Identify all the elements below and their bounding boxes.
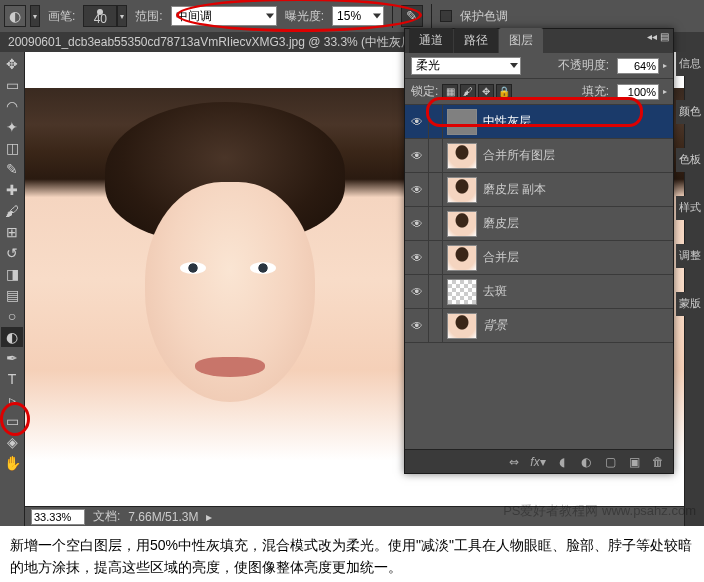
visibility-icon[interactable]: 👁 <box>405 241 429 275</box>
panel-tabs: 通道 路径 图层 <box>405 29 673 53</box>
heal-tool-icon[interactable]: ✚ <box>1 180 23 200</box>
exposure-label: 曝光度: <box>285 8 324 25</box>
mask-icon[interactable]: ◖ <box>553 453 571 471</box>
adjustment-icon[interactable]: ◐ <box>577 453 595 471</box>
airbrush-icon[interactable]: ✎ <box>401 5 423 27</box>
history-brush-tool-icon[interactable]: ↺ <box>1 243 23 263</box>
opacity-input[interactable] <box>617 58 659 74</box>
protect-tones-checkbox[interactable] <box>440 10 452 22</box>
path-select-tool-icon[interactable]: ▹ <box>1 390 23 410</box>
range-select[interactable]: 中间调 <box>171 6 277 26</box>
lock-pixels-icon[interactable]: 🖌 <box>460 84 476 100</box>
eraser-tool-icon[interactable]: ◨ <box>1 264 23 284</box>
link-layers-icon[interactable]: ⇔ <box>505 453 523 471</box>
watermark: PS爱好者教程网 www.psahz.com <box>503 502 696 520</box>
new-layer-icon[interactable]: ▣ <box>625 453 643 471</box>
document-tab[interactable]: 20090601_dcb3eab55350cd78713aVmRIiecvXMG… <box>8 34 460 51</box>
layer-thumbnail[interactable] <box>447 177 477 203</box>
link-col <box>429 173 443 207</box>
stamp-tool-icon[interactable]: ⊞ <box>1 222 23 242</box>
layer-row[interactable]: 👁去斑 <box>405 275 673 309</box>
collapsed-panel-tab[interactable]: 样式 <box>676 196 704 220</box>
brush-tool-icon[interactable]: 🖌 <box>1 201 23 221</box>
eyedropper-tool-icon[interactable]: ✎ <box>1 159 23 179</box>
layer-row[interactable]: 👁中性灰层 <box>405 105 673 139</box>
layer-row[interactable]: 👁磨皮层 <box>405 207 673 241</box>
shape-tool-icon[interactable]: ▭ <box>1 411 23 431</box>
opacity-arrow-icon[interactable]: ▸ <box>663 61 667 70</box>
lasso-tool-icon[interactable]: ◠ <box>1 96 23 116</box>
visibility-icon[interactable]: 👁 <box>405 105 429 139</box>
crop-tool-icon[interactable]: ◫ <box>1 138 23 158</box>
tutorial-caption: 新增一个空白图层，用50%中性灰填充，混合模式改为柔光。使用"减淡"工具在人物眼… <box>0 526 704 582</box>
visibility-icon[interactable]: 👁 <box>405 173 429 207</box>
layer-row[interactable]: 👁合并层 <box>405 241 673 275</box>
layer-name: 磨皮层 副本 <box>481 181 673 198</box>
collapsed-panel-tab[interactable]: 颜色 <box>676 100 704 124</box>
doc-size-label: 文档: <box>93 508 120 525</box>
delete-layer-icon[interactable]: 🗑 <box>649 453 667 471</box>
tab-paths[interactable]: 路径 <box>454 28 498 53</box>
layer-row[interactable]: 👁合并所有图层 <box>405 139 673 173</box>
group-icon[interactable]: ▢ <box>601 453 619 471</box>
fill-arrow-icon[interactable]: ▸ <box>663 87 667 96</box>
layer-name: 合并所有图层 <box>481 147 673 164</box>
hand-tool-icon[interactable]: ✋ <box>1 453 23 473</box>
layer-thumbnail[interactable] <box>447 313 477 339</box>
brush-preview[interactable]: 40 <box>83 5 117 27</box>
layer-thumbnail[interactable] <box>447 245 477 271</box>
link-col <box>429 139 443 173</box>
marquee-tool-icon[interactable]: ▭ <box>1 75 23 95</box>
zoom-input[interactable] <box>31 509 85 525</box>
type-tool-icon[interactable]: T <box>1 369 23 389</box>
collapsed-panel-tab[interactable]: 调整 <box>676 244 704 268</box>
wand-tool-icon[interactable]: ✦ <box>1 117 23 137</box>
fx-icon[interactable]: fx▾ <box>529 453 547 471</box>
visibility-icon[interactable]: 👁 <box>405 207 429 241</box>
layer-row[interactable]: 👁磨皮层 副本 <box>405 173 673 207</box>
layer-thumbnail[interactable] <box>447 143 477 169</box>
fill-label: 填充: <box>582 83 609 100</box>
layer-thumbnail[interactable] <box>447 211 477 237</box>
panel-menu-icon[interactable]: ◂◂ ▤ <box>647 31 669 42</box>
fill-input[interactable] <box>617 84 659 100</box>
visibility-icon[interactable]: 👁 <box>405 275 429 309</box>
visibility-icon[interactable]: 👁 <box>405 309 429 343</box>
pen-tool-icon[interactable]: ✒ <box>1 348 23 368</box>
collapsed-panels: 信息颜色色板样式调整蒙版 <box>676 52 704 316</box>
tab-channels[interactable]: 通道 <box>409 28 453 53</box>
brush-label: 画笔: <box>48 8 75 25</box>
lock-position-icon[interactable]: ✥ <box>478 84 494 100</box>
layer-name: 磨皮层 <box>481 215 673 232</box>
collapsed-panel-tab[interactable]: 色板 <box>676 148 704 172</box>
blend-mode-select[interactable]: 柔光 <box>411 57 521 75</box>
range-label: 范围: <box>135 8 162 25</box>
tab-layers[interactable]: 图层 <box>499 28 543 53</box>
link-col <box>429 207 443 241</box>
dodge-tool-preview-icon[interactable]: ◐ <box>4 5 26 27</box>
dodge-tool-icon[interactable]: ◐ <box>1 327 23 347</box>
exposure-input[interactable]: 15% <box>332 6 384 26</box>
layer-name: 去斑 <box>481 283 673 300</box>
link-col <box>429 309 443 343</box>
lock-label: 锁定: <box>411 83 438 100</box>
3d-tool-icon[interactable]: ◈ <box>1 432 23 452</box>
layers-panel-footer: ⇔ fx▾ ◖ ◐ ▢ ▣ 🗑 <box>405 449 673 473</box>
blur-tool-icon[interactable]: ○ <box>1 306 23 326</box>
tool-preset-dropdown[interactable]: ▾ <box>30 5 40 27</box>
layer-thumbnail[interactable] <box>447 109 477 135</box>
layers-panel: ◂◂ ▤ 通道 路径 图层 柔光 不透明度: ▸ 锁定: ▦ 🖌 ✥ 🔒 <box>404 28 674 474</box>
collapsed-panel-tab[interactable]: 信息 <box>676 52 704 76</box>
status-arrow-icon[interactable]: ▸ <box>206 510 212 524</box>
layer-row[interactable]: 👁背景 <box>405 309 673 343</box>
visibility-icon[interactable]: 👁 <box>405 139 429 173</box>
collapsed-panel-tab[interactable]: 蒙版 <box>676 292 704 316</box>
lock-all-icon[interactable]: 🔒 <box>496 84 512 100</box>
gradient-tool-icon[interactable]: ▤ <box>1 285 23 305</box>
layer-thumbnail[interactable] <box>447 279 477 305</box>
brush-dropdown[interactable]: ▾ <box>117 5 127 27</box>
layer-name: 中性灰层 <box>481 113 673 130</box>
layer-name: 背景 <box>481 317 673 334</box>
move-tool-icon[interactable]: ✥ <box>1 54 23 74</box>
lock-transparency-icon[interactable]: ▦ <box>442 84 458 100</box>
